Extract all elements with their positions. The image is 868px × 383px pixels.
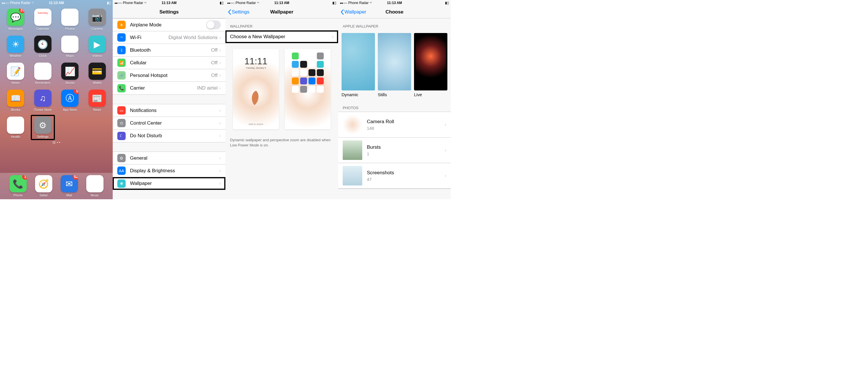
chevron-right-icon: › <box>219 35 221 40</box>
album-title: Screenshots <box>367 170 394 176</box>
cell-control-center[interactable]: ⊙Control Center› <box>113 117 225 130</box>
lock-screen-preview[interactable]: 11:11 Tuesday, January 9 slide to unlock <box>233 49 279 130</box>
album-bursts[interactable]: Bursts1› <box>338 138 451 163</box>
app-news[interactable]: 📰News <box>87 90 108 111</box>
cell-label: Bluetooth <box>130 47 211 53</box>
messages-icon: 💬37 <box>7 9 24 26</box>
page-indicator[interactable]: ⦿ • • <box>0 141 113 145</box>
album-count: 47 <box>367 177 394 182</box>
live-thumb <box>414 33 447 91</box>
app-itunes-store[interactable]: ♫iTunes Store <box>32 90 54 111</box>
app-maps[interactable]: 🗺Maps <box>60 36 81 58</box>
reminders-icon: ☰ <box>34 63 52 80</box>
app-notes[interactable]: 📝Notes <box>5 63 26 84</box>
album-thumb <box>343 115 362 134</box>
app-camera[interactable]: 📷Camera <box>87 9 108 30</box>
dynamic-thumb <box>342 33 375 91</box>
mini-app-icon <box>317 61 324 68</box>
app-calendar[interactable]: Saturday24Calendar <box>32 9 54 30</box>
battery-icon: ▮▯ <box>445 1 449 5</box>
app-label: Calendar <box>36 27 49 30</box>
cell-hotspot[interactable]: 🔗Personal HotspotOff› <box>113 69 225 82</box>
wallet-icon: 💳 <box>89 63 106 80</box>
app-messages[interactable]: 💬37Messages <box>5 9 26 30</box>
album-title: Camera Roll <box>367 119 394 125</box>
cell-carrier[interactable]: 📞CarrierIND airtel› <box>113 82 225 95</box>
app-label: Phone <box>13 194 23 197</box>
stills-thumb <box>378 33 411 91</box>
clock-icon: 🕙 <box>34 36 52 53</box>
nav-bar: Settings <box>113 6 225 19</box>
cell-airplane-mode[interactable]: ✈Airplane Mode <box>113 19 225 31</box>
app-reminders[interactable]: ☰Reminders <box>32 63 54 84</box>
wallpaper-type-dynamic[interactable]: Dynamic <box>342 33 375 97</box>
wallpaper-type-stills[interactable]: Stills <box>378 33 411 97</box>
chevron-right-icon: › <box>219 48 221 53</box>
chevron-right-icon: › <box>219 108 221 113</box>
hotspot-icon: 🔗 <box>117 71 126 79</box>
home-screen-preview[interactable] <box>285 49 331 130</box>
app-videos[interactable]: ▶Videos <box>87 36 108 58</box>
wallpaper-preview-row: 11:11 Tuesday, January 9 slide to unlock <box>225 43 338 135</box>
app-label: Maps <box>66 54 74 58</box>
mini-app-icon <box>300 86 307 93</box>
toggle-switch[interactable] <box>206 21 221 29</box>
album-screenshots[interactable]: Screenshots47› <box>338 163 451 188</box>
app-label: Mail <box>66 194 72 197</box>
signal-dots-icon: ●●○○○ <box>2 1 9 5</box>
cell-general[interactable]: ⚙General› <box>113 152 225 165</box>
cell-cellular[interactable]: 📶CellularOff› <box>113 57 225 69</box>
nav-title: Choose <box>385 9 403 15</box>
album-thumb <box>343 166 362 185</box>
choose-new-wallpaper-cell[interactable]: Choose a New Wallpaper › <box>225 30 338 43</box>
cell-label: Airplane Mode <box>130 22 206 28</box>
app-weather[interactable]: ☀Weather <box>5 36 26 58</box>
app-app-store[interactable]: Ⓐ5App Store <box>60 90 81 111</box>
cell-wifi[interactable]: ⌔Wi-FiDigital World Solutions› <box>113 31 225 44</box>
wallpaper-type-live[interactable]: Live <box>414 33 447 97</box>
mini-app-icon <box>292 53 299 60</box>
cellular-icon: 📶 <box>117 59 126 67</box>
lock-time: 11:11 <box>244 56 268 67</box>
chevron-right-icon: › <box>219 120 221 126</box>
app-settings[interactable]: ⚙Settings <box>31 115 55 140</box>
wallpaper-type-label: Live <box>414 92 447 97</box>
app-label: Camera <box>91 27 103 30</box>
settings-icon: ⚙ <box>34 116 52 134</box>
cell-label: Cellular <box>130 60 211 66</box>
chevron-right-icon: › <box>219 155 221 161</box>
app-ibooks[interactable]: 📖iBooks <box>5 90 26 111</box>
cell-display[interactable]: AADisplay & Brightness› <box>113 165 225 177</box>
weather-icon: ☀ <box>7 36 24 53</box>
mini-app-icon <box>309 86 315 93</box>
app-clock[interactable]: 🕙Clock <box>32 36 54 58</box>
app-mail[interactable]: ✉52Mail <box>61 175 78 197</box>
mini-app-icon <box>317 77 324 84</box>
cell-wallpaper[interactable]: ❀Wallpaper› <box>113 177 225 190</box>
photos-icon: ❀ <box>61 9 79 26</box>
badge: 52 <box>72 175 78 180</box>
mini-app-icon <box>292 77 299 84</box>
cell-dnd[interactable]: ☾Do Not Disturb› <box>113 130 225 142</box>
app-health[interactable]: ♥Health <box>5 116 26 138</box>
chevron-right-icon: › <box>219 73 221 78</box>
app-wallet[interactable]: 💳Wallet <box>87 63 108 84</box>
album-camera-roll[interactable]: Camera Roll148› <box>338 112 451 138</box>
app-stocks[interactable]: 📈Stocks <box>60 63 81 84</box>
nav-bar: Wallpaper Choose <box>338 6 451 19</box>
back-button[interactable]: Wallpaper <box>340 9 366 15</box>
chevron-right-icon: › <box>445 147 446 153</box>
control-center-icon: ⊙ <box>117 119 126 127</box>
app-phone[interactable]: 📞1Phone <box>9 175 27 197</box>
app-label: News <box>93 108 101 111</box>
cell-notifications[interactable]: ▭Notifications› <box>113 104 225 117</box>
cell-label: Carrier <box>130 85 197 91</box>
album-thumb <box>343 140 362 160</box>
back-button[interactable]: Settings <box>228 9 249 15</box>
cell-bluetooth[interactable]: ᛒBluetoothOff› <box>113 44 225 57</box>
app-music[interactable]: ♪Music <box>86 175 103 197</box>
app-safari[interactable]: 🧭Safari <box>35 175 52 197</box>
wifi-icon: ⌔ <box>144 1 146 5</box>
app-photos[interactable]: ❀Photos <box>60 9 81 30</box>
nav-title: Wallpaper <box>270 9 293 15</box>
